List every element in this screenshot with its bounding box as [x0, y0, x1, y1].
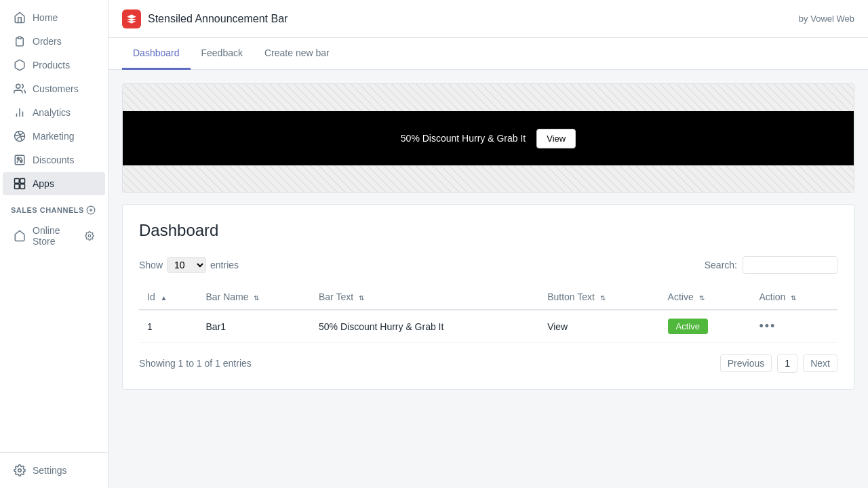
sidebar-item-products-label: Products	[33, 60, 70, 70]
sidebar-item-apps[interactable]: Apps	[3, 172, 105, 195]
col-action-label: Action	[759, 291, 785, 302]
tab-dashboard[interactable]: Dashboard	[122, 38, 191, 70]
app-title: Stensiled Announcement Bar	[148, 13, 288, 25]
sidebar-item-online-store[interactable]: Online Store	[3, 220, 105, 252]
col-active-sort-icon: ⇅	[699, 294, 705, 302]
sidebar-item-home-label: Home	[33, 12, 58, 23]
sidebar-nav: Home Orders Products	[0, 0, 108, 452]
main-content: Stensiled Announcement Bar by Vowel Web …	[108, 0, 868, 488]
pagination-controls: Previous 1 Next	[720, 354, 837, 373]
pagination-info: Showing 1 to 1 of 1 entries	[139, 358, 252, 369]
tab-feedback[interactable]: Feedback	[191, 38, 254, 70]
svg-rect-0	[18, 37, 22, 39]
col-id[interactable]: Id ▲	[139, 285, 198, 310]
sales-channels-label: SALES CHANNELS	[11, 206, 84, 214]
cell-id: 1	[139, 310, 198, 343]
sidebar-item-orders[interactable]: Orders	[3, 30, 105, 53]
settings-icon	[14, 464, 26, 476]
pagination-previous-button[interactable]: Previous	[720, 354, 772, 372]
svg-rect-12	[20, 184, 25, 189]
svg-point-16	[88, 235, 91, 237]
preview-banner: 50% Discount Hurry & Grab It View	[123, 111, 854, 165]
search-input[interactable]	[743, 256, 837, 274]
col-action[interactable]: Action ⇅	[751, 285, 837, 310]
table-header: Id ▲ Bar Name ⇅ Bar Text ⇅ Button Text	[139, 285, 837, 310]
col-bar-text-label: Bar Text	[319, 291, 353, 302]
sidebar-item-settings-label: Settings	[33, 465, 67, 476]
svg-rect-11	[15, 184, 20, 189]
marketing-icon	[14, 130, 26, 142]
sidebar-item-discounts-label: Discounts	[33, 155, 74, 165]
svg-rect-10	[20, 179, 25, 184]
show-entries-control: Show 10 25 50 100 entries	[139, 257, 239, 273]
entries-select[interactable]: 10 25 50 100	[167, 257, 206, 273]
home-icon	[14, 12, 26, 24]
tab-create-new-bar[interactable]: Create new bar	[254, 38, 340, 70]
preview-card: 50% Discount Hurry & Grab It View	[122, 83, 854, 193]
sales-channels-section: SALES CHANNELS	[0, 196, 108, 219]
topbar-attribution: by Vowel Web	[799, 14, 854, 24]
active-badge: Active	[668, 319, 708, 334]
col-active-label: Active	[668, 291, 694, 302]
col-id-sort-icon: ▲	[161, 294, 167, 302]
col-bar-name[interactable]: Bar Name ⇅	[198, 285, 311, 310]
preview-pattern-top	[123, 84, 854, 111]
sidebar-item-analytics[interactable]: Analytics	[3, 101, 105, 124]
sidebar-item-products[interactable]: Products	[3, 54, 105, 77]
discounts-icon	[14, 154, 26, 166]
col-action-sort-icon: ⇅	[791, 294, 796, 302]
online-store-icon	[14, 230, 26, 242]
cell-button-text: View	[539, 310, 659, 343]
svg-rect-9	[15, 179, 20, 184]
cell-action: •••	[751, 310, 837, 343]
col-id-label: Id	[147, 291, 155, 302]
bars-table: Id ▲ Bar Name ⇅ Bar Text ⇅ Button Text	[139, 285, 837, 343]
sidebar-item-settings[interactable]: Settings	[3, 459, 105, 482]
search-box: Search:	[705, 256, 837, 274]
online-store-settings-icon[interactable]	[85, 231, 94, 241]
col-bar-text[interactable]: Bar Text ⇅	[311, 285, 539, 310]
add-sales-channel-icon[interactable]	[85, 204, 97, 216]
apps-icon	[14, 178, 26, 190]
topbar: Stensiled Announcement Bar by Vowel Web	[108, 0, 868, 38]
sidebar-item-customers-label: Customers	[33, 83, 79, 94]
table-row: 1 Bar1 50% Discount Hurry & Grab It View…	[139, 310, 837, 343]
sidebar-item-customers[interactable]: Customers	[3, 77, 105, 100]
sidebar-item-online-store-label: Online Store	[33, 225, 78, 247]
topbar-left: Stensiled Announcement Bar	[122, 9, 288, 28]
cell-active: Active	[660, 310, 751, 343]
products-icon	[14, 59, 26, 71]
svg-point-1	[16, 84, 20, 88]
sidebar-item-home[interactable]: Home	[3, 6, 105, 29]
sidebar-bottom: Settings	[0, 452, 108, 488]
sidebar-item-apps-label: Apps	[33, 178, 54, 189]
table-body: 1 Bar1 50% Discount Hurry & Grab It View…	[139, 310, 837, 343]
pagination-current-page: 1	[777, 354, 797, 373]
col-bar-text-sort-icon: ⇅	[359, 294, 364, 302]
show-label: Show	[139, 260, 163, 270]
tabs-bar: Dashboard Feedback Create new bar	[108, 38, 868, 70]
dashboard-card: Dashboard Show 10 25 50 100 entries Sear…	[122, 204, 854, 390]
col-button-text[interactable]: Button Text ⇅	[539, 285, 659, 310]
col-button-text-sort-icon: ⇅	[600, 294, 606, 302]
customers-icon	[14, 83, 26, 95]
col-active[interactable]: Active ⇅	[660, 285, 751, 310]
sidebar-item-analytics-label: Analytics	[33, 107, 71, 118]
pagination-next-button[interactable]: Next	[803, 354, 837, 372]
sidebar-item-marketing-label: Marketing	[33, 131, 74, 142]
cell-bar-text: 50% Discount Hurry & Grab It	[311, 310, 539, 343]
sidebar: Home Orders Products	[0, 0, 108, 488]
action-menu-button[interactable]: •••	[759, 319, 776, 333]
sidebar-item-discounts[interactable]: Discounts	[3, 148, 105, 171]
cell-bar-name: Bar1	[198, 310, 311, 343]
col-bar-name-label: Bar Name	[206, 291, 249, 302]
preview-view-button[interactable]: View	[536, 129, 576, 148]
table-controls: Show 10 25 50 100 entries Search:	[139, 256, 837, 274]
svg-point-17	[18, 469, 22, 472]
col-bar-name-sort-icon: ⇅	[254, 294, 259, 302]
search-label: Search:	[705, 260, 737, 270]
sidebar-item-orders-label: Orders	[33, 36, 62, 47]
sidebar-item-marketing[interactable]: Marketing	[3, 125, 105, 148]
preview-pattern-bottom	[123, 165, 854, 192]
dashboard-title: Dashboard	[139, 221, 837, 240]
